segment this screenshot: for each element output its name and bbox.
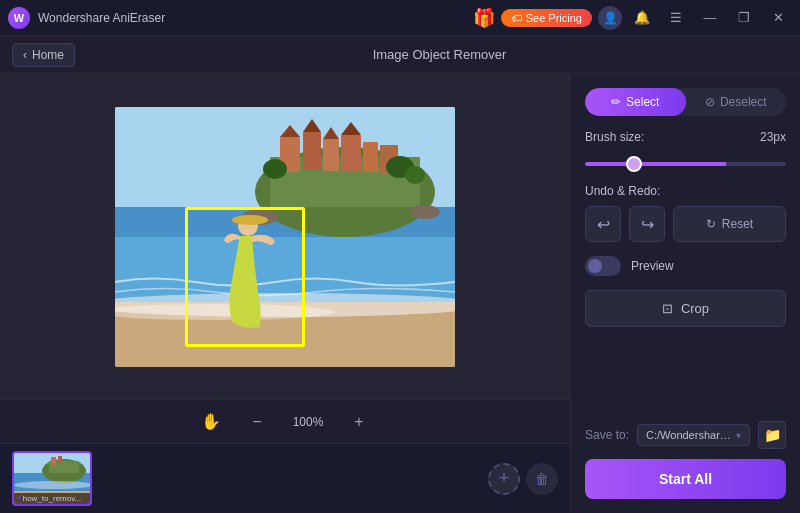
brush-icon: ✏: [611, 95, 621, 109]
person-silhouette: [210, 212, 280, 342]
notification-icon[interactable]: 🔔: [628, 7, 656, 29]
titlebar-right: 🎁 🏷 See Pricing 👤 🔔 ☰ — ❐ ✕: [473, 6, 792, 30]
svg-rect-11: [341, 135, 361, 171]
undo-button[interactable]: ↩: [585, 206, 621, 242]
user-avatar[interactable]: 👤: [598, 6, 622, 30]
thumbnail-item[interactable]: how_to_remov... ✓: [12, 451, 92, 506]
thumbnail-label: how_to_remov...: [14, 493, 90, 504]
add-file-button[interactable]: +: [488, 463, 520, 495]
svg-rect-31: [51, 457, 56, 465]
home-button[interactable]: ‹ Home: [12, 43, 75, 67]
home-arrow-icon: ‹: [23, 48, 27, 62]
deselect-icon: ⊘: [705, 95, 715, 109]
crop-icon: ⊡: [662, 301, 673, 316]
hand-tool-button[interactable]: ✋: [196, 407, 226, 437]
right-panel: ✏ Select ⊘ Deselect Brush size: 23px Und…: [570, 74, 800, 513]
main-layout: ✋ − 100% +: [0, 74, 800, 513]
titlebar: W Wondershare AniEraser 🎁 🏷 See Pricing …: [0, 0, 800, 36]
hamburger-menu[interactable]: ☰: [662, 7, 690, 29]
deselect-button[interactable]: ⊘ Deselect: [686, 88, 787, 116]
save-path-text: C:/Wondershare AniEraser/li: [646, 429, 736, 441]
save-path-selector[interactable]: C:/Wondershare AniEraser/li ▾: [637, 424, 750, 446]
crop-button[interactable]: ⊡ Crop: [585, 290, 786, 327]
bottom-right-section: Save to: C:/Wondershare AniEraser/li ▾ 📁…: [585, 421, 786, 499]
svg-rect-32: [58, 456, 62, 464]
svg-rect-10: [323, 139, 339, 171]
preview-toggle[interactable]: [585, 256, 621, 276]
undo-redo-section: Undo & Redo: ↩ ↪ ↻ Reset: [585, 184, 786, 242]
reset-button[interactable]: ↻ Reset: [673, 206, 786, 242]
add-icon: +: [499, 468, 510, 489]
zoom-level: 100%: [288, 415, 328, 429]
maximize-button[interactable]: ❐: [730, 7, 758, 29]
svg-point-22: [410, 205, 440, 219]
canvas-container[interactable]: [0, 74, 570, 399]
page-title: Image Object Remover: [91, 47, 788, 62]
select-deselect-row: ✏ Select ⊘ Deselect: [585, 88, 786, 116]
svg-point-33: [14, 481, 92, 489]
brush-size-label: Brush size:: [585, 130, 644, 144]
tag-icon: 🏷: [511, 12, 522, 24]
preview-section: Preview: [585, 256, 786, 276]
see-pricing-button[interactable]: 🏷 See Pricing: [501, 9, 592, 27]
folder-icon: 📁: [764, 427, 781, 443]
svg-point-18: [263, 159, 287, 179]
svg-point-20: [405, 166, 425, 184]
titlebar-left: W Wondershare AniEraser: [8, 7, 165, 29]
user-icon: 👤: [603, 11, 618, 25]
minimize-button[interactable]: —: [696, 7, 724, 29]
gift-icon[interactable]: 🎁: [473, 7, 495, 29]
image-wrapper: [115, 107, 455, 367]
app-logo: W: [8, 7, 30, 29]
main-image: [115, 107, 455, 367]
svg-rect-25: [242, 216, 258, 224]
landscape-svg: [115, 107, 455, 367]
svg-rect-9: [303, 132, 321, 170]
toolbar: ‹ Home Image Object Remover: [0, 36, 800, 74]
zoom-out-button[interactable]: −: [242, 407, 272, 437]
reset-icon: ↻: [706, 217, 716, 231]
zoom-in-button[interactable]: +: [344, 407, 374, 437]
folder-button[interactable]: 📁: [758, 421, 786, 449]
save-to-label: Save to:: [585, 428, 629, 442]
svg-rect-12: [363, 142, 378, 172]
close-button[interactable]: ✕: [764, 7, 792, 29]
undo-redo-buttons: ↩ ↪ ↻ Reset: [585, 206, 786, 242]
start-all-button[interactable]: Start All: [585, 459, 786, 499]
select-button[interactable]: ✏ Select: [585, 88, 686, 116]
canvas-area: ✋ − 100% +: [0, 74, 570, 513]
undo-redo-label: Undo & Redo:: [585, 184, 786, 198]
brush-size-slider[interactable]: [585, 162, 786, 166]
redo-button[interactable]: ↪: [629, 206, 665, 242]
preview-label: Preview: [631, 259, 674, 273]
delete-file-button[interactable]: 🗑: [526, 463, 558, 495]
delete-icon: 🗑: [535, 471, 549, 487]
brush-header: Brush size: 23px: [585, 130, 786, 144]
save-to-row: Save to: C:/Wondershare AniEraser/li ▾ 📁: [585, 421, 786, 449]
chevron-down-icon: ▾: [736, 430, 741, 441]
thumbnail-strip: how_to_remov... ✓ + 🗑: [0, 443, 570, 513]
bottom-controls: ✋ − 100% +: [0, 399, 570, 443]
brush-size-section: Brush size: 23px: [585, 130, 786, 170]
app-title: Wondershare AniEraser: [38, 11, 165, 25]
preview-toggle-thumb: [588, 259, 602, 273]
brush-size-value: 23px: [760, 130, 786, 144]
thumbnail-check-icon: ✓: [16, 491, 24, 502]
